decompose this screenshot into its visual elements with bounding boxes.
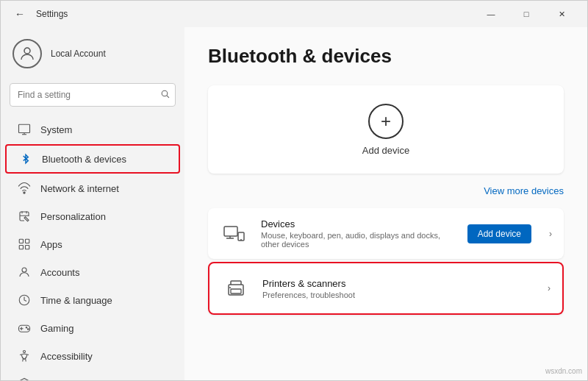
privacy-icon [17,377,32,380]
sidebar-label-bluetooth: Bluetooth & devices [42,154,126,165]
accessibility-icon [17,349,32,363]
devices-row-subtitle: Mouse, keyboard, pen, audio, displays an… [261,231,456,249]
svg-rect-7 [19,239,23,243]
content-area: Bluetooth & devices + Add device View mo… [184,27,587,380]
sidebar-label-gaming: Gaming [40,323,74,334]
sidebar-item-accounts[interactable]: Accounts [5,259,180,285]
sidebar-label-privacy: Privacy & security [40,379,116,381]
svg-point-11 [22,268,26,272]
sidebar-label-accessibility: Accessibility [40,351,93,362]
maximize-button[interactable]: □ [509,3,543,25]
add-icon: + [381,111,391,132]
time-icon [17,293,32,307]
svg-point-17 [28,329,29,330]
add-device-action-button[interactable]: Add device [467,224,531,243]
add-device-label: Add device [362,145,409,156]
close-icon: ✕ [559,10,565,19]
titlebar: ← Settings — □ ✕ [1,1,587,27]
accounts-icon [17,265,32,279]
printers-chevron-icon: › [548,283,551,293]
sidebar-label-system: System [40,124,72,135]
user-name: Local Account [51,49,106,59]
sidebar-item-system[interactable]: System [5,116,180,143]
settings-window: ← Settings — □ ✕ [0,0,588,381]
close-button[interactable]: ✕ [545,3,578,25]
devices-row[interactable]: Devices Mouse, keyboard, pen, audio, dis… [208,208,564,259]
sidebar-item-gaming[interactable]: Gaming [5,315,180,341]
printers-row[interactable]: Printers & scanners Preferences, trouble… [208,262,564,315]
system-icon [17,122,32,137]
search-icon [160,89,170,101]
svg-line-2 [167,96,169,98]
titlebar-left: ← Settings [10,4,68,24]
printers-row-icon [221,274,251,303]
back-button[interactable]: ← [10,4,30,24]
search-box [10,83,176,107]
bluetooth-icon [18,152,33,166]
svg-rect-8 [26,239,29,243]
svg-point-6 [24,192,25,193]
svg-point-16 [26,327,27,329]
add-device-card[interactable]: + Add device [208,85,564,174]
sidebar-item-time[interactable]: Time & language [5,287,180,313]
svg-rect-10 [26,246,29,249]
devices-row-title: Devices [261,218,456,229]
main-layout: Local Account [1,27,587,380]
add-device-button[interactable]: + [368,104,404,139]
svg-rect-25 [231,289,241,293]
sidebar-item-personalization[interactable]: Personalization [5,203,180,229]
user-profile[interactable]: Local Account [1,33,184,80]
sidebar-item-accessibility[interactable]: Accessibility [5,343,180,369]
svg-point-18 [24,351,26,353]
window-controls: — □ ✕ [474,3,578,25]
page-title: Bluetooth & devices [208,45,564,68]
sidebar-label-network: Network & internet [40,183,119,194]
avatar [12,39,42,68]
devices-row-icon [220,219,249,249]
search-input[interactable] [10,83,176,107]
sidebar-label-personalization: Personalization [40,211,106,222]
sidebar-label-apps: Apps [40,239,62,250]
devices-row-text: Devices Mouse, keyboard, pen, audio, dis… [261,218,456,249]
printers-row-subtitle: Preferences, troubleshoot [262,291,530,299]
personalization-icon [17,209,32,224]
svg-point-0 [24,48,30,54]
svg-rect-19 [224,227,237,236]
sidebar-item-privacy[interactable]: Privacy & security [5,371,180,380]
view-more-link[interactable]: View more devices [484,185,564,196]
apps-icon [17,237,32,252]
sidebar-item-bluetooth[interactable]: Bluetooth & devices [5,144,180,174]
minimize-icon: — [487,10,495,18]
maximize-icon: □ [524,10,529,18]
back-icon: ← [15,8,25,20]
svg-rect-3 [19,124,30,132]
printers-row-title: Printers & scanners [262,278,530,289]
svg-point-26 [229,287,231,288]
svg-rect-9 [19,246,23,249]
sidebar-label-accounts: Accounts [40,267,79,278]
sidebar-label-time: Time & language [40,295,112,306]
window-title: Settings [36,9,68,19]
sidebar: Local Account [1,27,184,380]
devices-chevron-icon: › [549,229,552,239]
watermark: wsxdn.com [545,367,582,375]
printers-row-text: Printers & scanners Preferences, trouble… [262,278,530,299]
sidebar-item-apps[interactable]: Apps [5,231,180,257]
minimize-button[interactable]: — [474,3,508,25]
sidebar-item-network[interactable]: Network & internet [5,175,180,202]
network-icon [17,181,32,196]
gaming-icon [17,321,32,335]
svg-point-1 [162,90,168,96]
view-more-section: View more devices [208,185,564,196]
